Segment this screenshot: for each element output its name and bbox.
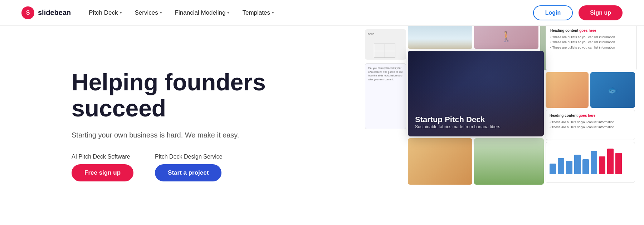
brand-name: slidebean xyxy=(38,9,71,17)
cta-group: AI Pitch Deck Software Free sign up Pitc… xyxy=(72,154,286,181)
nav-links: Pitch Deck ▾ Services ▾ Financial Modeli… xyxy=(89,9,533,16)
collage-container: nere 🚶 Heading content goes here • The xyxy=(365,26,644,225)
chevron-down-icon: ▾ xyxy=(272,10,274,15)
hero-content: Helping founders succeed Starting your o… xyxy=(72,69,286,181)
chevron-down-icon: ▾ xyxy=(120,10,122,15)
panel-bullet-b1: • These are bullets so you can list info… xyxy=(550,120,631,125)
main-slide-subtitle: Sustainable fabrics made from banana fib… xyxy=(415,124,537,129)
main-slide-title: Startup Pitch Deck xyxy=(415,115,537,124)
chart-bar xyxy=(574,155,581,174)
collage-tile-grass xyxy=(474,138,544,185)
chart-bar xyxy=(591,151,597,174)
cta-block-1: AI Pitch Deck Software Free sign up xyxy=(72,154,133,181)
nav-item-pitch-deck[interactable]: Pitch Deck ▾ xyxy=(89,9,122,16)
nav-item-financial-modeling[interactable]: Financial Modeling ▾ xyxy=(175,9,230,16)
collage-panel-heading-bottom: Heading content goes here • These are bu… xyxy=(546,110,635,140)
cta-block-2: Pitch Deck Design Service Start a projec… xyxy=(155,154,223,181)
collage-main-slide: Startup Pitch Deck Sustainable fabrics m… xyxy=(408,51,544,136)
wireframe-graphic xyxy=(365,36,404,60)
hero-title: Helping founders succeed xyxy=(72,69,286,121)
chart-bar xyxy=(566,161,572,174)
collage-panel-left: that you can replace with your own conte… xyxy=(365,63,406,129)
collage-tile-wireframe: nere xyxy=(365,29,406,60)
chart-bar xyxy=(582,159,589,174)
collage-bullet-3: • These are bullets so you can list info… xyxy=(550,45,632,50)
collage-bullet-1: • These are bullets so you can list info… xyxy=(550,35,632,40)
chevron-down-icon: ▾ xyxy=(227,10,229,15)
collage-bullet-2: • These are bullets so you can list info… xyxy=(550,40,632,45)
chart-bar xyxy=(558,158,564,174)
chart-bar xyxy=(599,156,605,174)
signup-button[interactable]: Sign up xyxy=(579,5,623,20)
chart-bars xyxy=(550,146,631,174)
free-signup-button[interactable]: Free sign up xyxy=(72,164,133,181)
chart-bar xyxy=(615,153,622,174)
logo-icon: S xyxy=(21,6,34,19)
panel-bullet-b2: • These are bullets so you can list info… xyxy=(550,125,631,130)
collage-panel-chart xyxy=(546,142,635,183)
cta-label-1: AI Pitch Deck Software xyxy=(72,154,130,160)
hero-section: Helping founders succeed Starting your o… xyxy=(0,26,644,225)
start-project-button[interactable]: Start a project xyxy=(155,164,221,181)
collage-tile-orange xyxy=(546,72,589,108)
collage-tile-person: 🚶 xyxy=(474,26,538,49)
chart-bar xyxy=(607,149,614,174)
login-button[interactable]: Login xyxy=(533,5,573,20)
collage-panel-heading-top: Heading content goes here • These are bu… xyxy=(546,26,637,70)
logo[interactable]: S slidebean xyxy=(21,6,71,19)
nav-actions: Login Sign up xyxy=(533,5,623,20)
hero-subtitle: Starting your own business is hard. We m… xyxy=(72,131,286,139)
nav-item-services[interactable]: Services ▾ xyxy=(135,9,162,16)
navbar: S slidebean Pitch Deck ▾ Services ▾ Fina… xyxy=(0,0,644,26)
cta-label-2: Pitch Deck Design Service xyxy=(155,154,223,160)
nere-label: nere xyxy=(368,32,374,36)
collage-tile-beach xyxy=(408,26,472,49)
collage-tile-blue-pattern: 🐟 xyxy=(590,72,635,108)
chart-bar xyxy=(550,164,556,174)
chevron-down-icon: ▾ xyxy=(160,10,162,15)
collage-tile-warm xyxy=(408,138,472,185)
hero-collage: nere 🚶 Heading content goes here • The xyxy=(365,26,644,225)
nav-item-templates[interactable]: Templates ▾ xyxy=(242,9,274,16)
